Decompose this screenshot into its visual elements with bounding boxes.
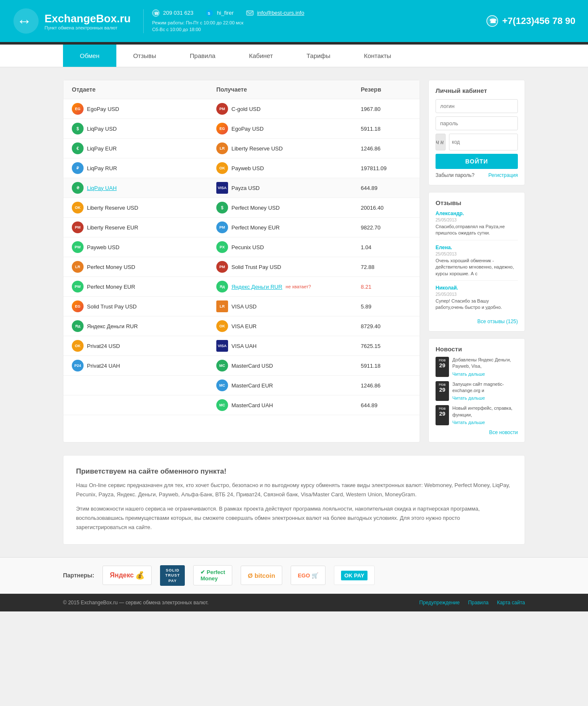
yd-icon: Яд <box>216 281 228 292</box>
reserve-cell: 8729.40 <box>361 323 411 329</box>
login-input[interactable] <box>436 99 518 113</box>
yandex-logo-money: 💰 <box>135 571 144 580</box>
nav-item-contacts[interactable]: Контакты <box>347 45 408 67</box>
skype-contact: S hi_firer <box>206 9 234 17</box>
sidebar: Личный кабинет пычнот ВОЙТИ Забыли парол… <box>428 80 525 443</box>
table-row[interactable]: ₴ LiqPay UAH VISA Payza USD 644.89 <box>63 178 420 198</box>
news-text: Запущен сайт magnetic-exchange.org и <box>452 381 518 394</box>
mc-usd-icon: MC <box>216 360 228 371</box>
reserve-cell: 1246.86 <box>361 382 411 389</box>
table-row[interactable]: PM Liberty Reserve EUR PM Perfect Money … <box>63 218 420 237</box>
table-row[interactable]: EG EgoPay USD PM C-gold USD 1967.80 <box>63 99 420 119</box>
reserve-cell: 5.89 <box>361 303 411 310</box>
get-name: Solid Trust Pay USD <box>231 264 281 270</box>
logo-area: ↔ ExchangeBox.ru Пункт обмена электронны… <box>0 8 143 34</box>
table-row[interactable]: MC MasterCard EUR 1246.86 <box>63 376 420 395</box>
news-title: Новости <box>436 345 518 353</box>
get-name: Liberty Reserve USD <box>231 145 283 152</box>
footer-link-sitemap[interactable]: Карта сайта <box>497 600 525 606</box>
pm-eur-icon: PM <box>216 221 228 233</box>
register-link[interactable]: Регистрация <box>488 172 518 178</box>
get-name: Payweb USD <box>231 165 264 171</box>
get-name: MasterCard USD <box>231 363 273 369</box>
captcha-input[interactable] <box>449 134 518 150</box>
give-name: Privat24 USD <box>87 343 120 349</box>
liqpay-uah-link[interactable]: LiqPay UAH <box>87 185 117 191</box>
all-reviews-link[interactable]: Все отзывы (125) <box>436 319 518 324</box>
reserve-cell: 7625.15 <box>361 343 411 349</box>
get-name: VISA UAH <box>231 343 257 349</box>
reserve-cell: 644.89 <box>361 185 411 191</box>
get-name: Perfect Money USD <box>231 205 280 211</box>
nav-item-cabinet[interactable]: Кабинет <box>232 45 290 67</box>
news-date-badge: Нов 29 <box>436 381 449 401</box>
reserve-cell: 1.04 <box>361 244 411 250</box>
yd-link[interactable]: Яндекс Деньги RUR <box>231 284 282 290</box>
table-row[interactable]: € LiqPay EUR LR Liberty Reserve USD 1246… <box>63 139 420 158</box>
nav-bar: Обмен Отзывы Правила Кабинет Тарифы Конт… <box>63 45 525 67</box>
news-date-badge: Нов 29 <box>436 357 449 377</box>
table-row[interactable]: P24 Privat24 UAH MC MasterCard USD 5911.… <box>63 356 420 376</box>
give-name: Privat24 UAH <box>87 363 120 369</box>
liqpay-eur-icon: € <box>72 142 84 154</box>
reserve-cell: 9822.70 <box>361 224 411 231</box>
news-date-badge: Нов 29 <box>436 405 449 425</box>
col-reserve-header: Резерв <box>361 86 411 93</box>
table-row[interactable]: ₽ LiqPay RUR OK Payweb USD 197811.09 <box>63 158 420 178</box>
give-name: Perfect Money USD <box>87 264 135 270</box>
table-row[interactable]: PW Payweb USD PX Pecunix USD 1.04 <box>63 237 420 257</box>
svg-text:☎: ☎ <box>154 11 159 15</box>
give-name: Payweb USD <box>87 244 119 250</box>
password-input[interactable] <box>436 116 518 130</box>
logo-subtitle: Пункт обмена электронных валют <box>45 25 131 30</box>
stp2-icon: EG <box>72 300 84 312</box>
login-button[interactable]: ВОЙТИ <box>436 154 518 169</box>
nav-item-tariffs[interactable]: Тарифы <box>290 45 347 67</box>
welcome-paragraph1: Наш On-line сервис предназначен для тех,… <box>76 481 512 499</box>
news-read-more[interactable]: Читать дальше <box>452 420 485 425</box>
email-contact[interactable]: info@best-curs.info <box>246 9 304 17</box>
visa-uah-icon: VISA <box>216 340 228 352</box>
table-row[interactable]: Яд Яндекс Деньги RUR OK VISA EUR 8729.40 <box>63 316 420 336</box>
nav-item-reviews[interactable]: Отзывы <box>116 45 173 67</box>
pm2-usd-icon: LR <box>72 261 84 273</box>
payweb-ok-icon: OK <box>216 162 228 174</box>
partner-okpay: OK PAY <box>334 566 375 585</box>
table-row[interactable]: LR Perfect Money USD PM Solid Trust Pay … <box>63 257 420 277</box>
give-name: Solid Trust Pay USD <box>87 303 137 310</box>
table-row[interactable]: $ LiqPay USD EG EgoPay USD 5911.18 <box>63 119 420 139</box>
review-author: Николай. <box>436 285 518 291</box>
news-read-more[interactable]: Читать дальше <box>452 371 485 377</box>
news-read-more[interactable]: Читать дальше <box>452 395 485 400</box>
all-news-link[interactable]: Все новости <box>436 429 518 435</box>
get-name: VISA USD <box>231 303 257 310</box>
liberty-icon: LR <box>216 142 228 154</box>
email-link[interactable]: info@best-curs.info <box>257 10 304 16</box>
main-area: Отдаете Получаете Резерв EG EgoPay USD P… <box>63 80 525 443</box>
nav-item-exchange[interactable]: Обмен <box>63 45 116 67</box>
news-month: Нов <box>438 406 446 411</box>
table-row[interactable]: MC MasterCard UAH 644.89 <box>63 395 420 415</box>
give-name: Яндекс Деньги RUR <box>87 323 138 329</box>
news-text: Добавлены Яндекс Деньги, Payweb, Visa, <box>452 357 518 370</box>
forgot-password-link[interactable]: Забыли пароль? <box>436 172 475 178</box>
get-name: EgoPay USD <box>231 126 264 132</box>
footer-link-rules[interactable]: Правила <box>468 600 488 606</box>
footer-link-warning[interactable]: Предупреждение <box>419 600 459 606</box>
big-phone-number: +7(123)456 78 90 <box>502 16 575 26</box>
news-item: Нов 29 Новый интерфейс, справка, функции… <box>436 405 518 425</box>
shortage-badge: не хватает? <box>286 284 311 289</box>
table-row[interactable]: PW Perfect Money EUR Яд Яндекс Деньги RU… <box>63 277 420 297</box>
table-row[interactable]: OK Liberty Reserve USD $ Perfect Money U… <box>63 198 420 218</box>
partner-bitcoin: Ø bitcoin <box>241 566 282 585</box>
give-cell: $ LiqPay USD <box>72 123 216 134</box>
nav-item-rules[interactable]: Правила <box>173 45 232 67</box>
liberty-eur-icon: PM <box>72 221 84 233</box>
give-name: LiqPay RUR <box>87 165 117 171</box>
table-row[interactable]: EG Solid Trust Pay USD LR VISA USD 5.89 <box>63 297 420 316</box>
captcha-row: пычнот <box>436 134 518 150</box>
table-row[interactable]: OK Privat24 USD VISA VISA UAH 7625.15 <box>63 336 420 356</box>
news-content: Новый интерфейс, справка, функции, Читат… <box>452 405 518 425</box>
review-text: Спасибо,отправлял на Payza,не пришлось о… <box>436 224 518 237</box>
header-phone: ☎ +7(123)456 78 90 <box>474 15 588 27</box>
